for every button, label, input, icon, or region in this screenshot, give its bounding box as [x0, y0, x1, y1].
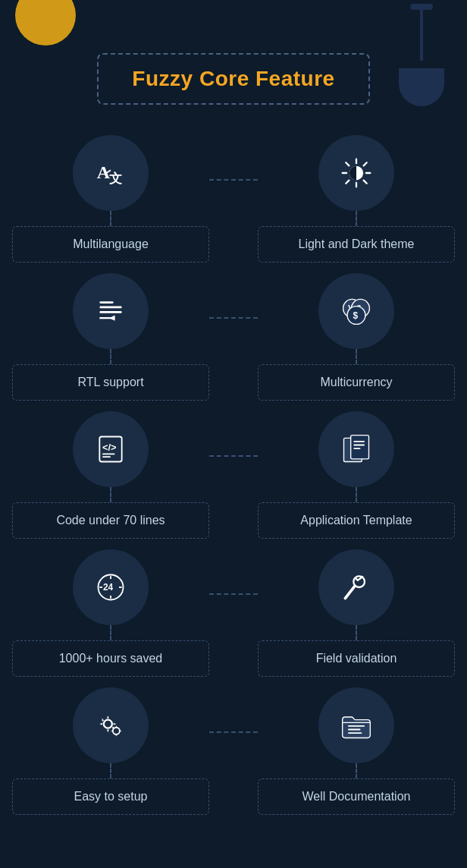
clock-icon-circle: 24 [73, 549, 149, 625]
docs-icon [340, 709, 373, 742]
label-currency: Multicurrency [258, 364, 455, 401]
docs-icon-circle [318, 687, 394, 763]
template-icon [340, 432, 373, 466]
rtl-icon-circle [73, 273, 149, 349]
label-code: Code under 70 lines [12, 502, 209, 539]
label-hours: 1000+ hours saved [12, 640, 209, 677]
v-connector-5 [110, 487, 111, 502]
label-rtl: RTL support [12, 364, 209, 401]
svg-text:24: 24 [103, 582, 114, 593]
multilanguage-icon: A 文 [94, 156, 127, 190]
template-icon-circle [318, 411, 394, 487]
svg-rect-29 [353, 441, 365, 442]
feature-row-1: A 文 Multilanguage [12, 135, 455, 263]
svg-rect-28 [351, 436, 369, 459]
svg-line-10 [364, 162, 367, 165]
svg-text:文: 文 [109, 171, 122, 186]
label-theme: Light and Dark theme [258, 226, 455, 263]
h-connector-5 [209, 731, 258, 733]
feature-block-rtl: RTL support [12, 273, 209, 401]
h-connector-2 [209, 317, 258, 319]
svg-rect-12 [99, 301, 113, 303]
feature-block-setup: Easy to setup [12, 687, 209, 815]
deco-circle [15, 0, 76, 46]
svg-rect-42 [348, 725, 365, 727]
validation-icon-circle [318, 549, 394, 625]
label-template: Application Template [258, 502, 455, 539]
svg-point-40 [104, 720, 112, 728]
multilanguage-icon-circle: A 文 [73, 135, 149, 211]
h-connector-4 [209, 593, 258, 595]
v-connector-1 [110, 211, 111, 226]
svg-line-11 [346, 181, 349, 184]
svg-rect-13 [99, 307, 121, 309]
rtl-icon [94, 294, 127, 328]
feature-block-currency: ¥ £ $ Multicurrency [258, 273, 455, 401]
v-connector-3 [110, 349, 111, 364]
v-connector-4 [356, 349, 357, 364]
feature-block-validation: Field validation [258, 549, 455, 677]
feature-row-3: </> Code under 70 lines [12, 411, 455, 539]
label-setup: Easy to setup [12, 778, 209, 815]
code-icon-circle: </> [73, 411, 149, 487]
currency-icon-circle: ¥ £ $ [318, 273, 394, 349]
svg-text:$: $ [353, 310, 358, 321]
feature-row-5: Easy to setup Well Documentation [12, 687, 455, 815]
svg-rect-25 [102, 454, 115, 455]
label-multilanguage: Multilanguage [12, 226, 209, 263]
h-connector-1 [209, 179, 258, 181]
svg-text:</>: </> [102, 442, 117, 453]
svg-line-39 [345, 586, 355, 599]
label-docs: Well Documentation [258, 778, 455, 815]
setup-icon [94, 709, 127, 742]
svg-rect-44 [348, 732, 362, 734]
feature-block-hours: 24 1000+ hours saved [12, 549, 209, 677]
svg-rect-43 [348, 729, 361, 731]
validation-icon [340, 571, 373, 604]
svg-line-9 [364, 181, 367, 184]
svg-rect-30 [353, 445, 365, 446]
page-title-box: Fuzzy Core Feature [97, 53, 370, 105]
theme-icon-circle [318, 135, 394, 211]
h-connector-3 [209, 455, 258, 457]
svg-line-8 [346, 162, 349, 165]
page-wrapper: Fuzzy Core Feature A 文 Multilanguage [0, 0, 467, 848]
theme-icon [340, 156, 373, 190]
clock-icon: 24 [94, 571, 127, 604]
feature-block-docs: Well Documentation [258, 687, 455, 815]
v-connector-6 [356, 487, 357, 502]
setup-icon-circle [73, 687, 149, 763]
feature-block-multilanguage: A 文 Multilanguage [12, 135, 209, 263]
svg-rect-26 [102, 456, 111, 458]
v-connector-8 [356, 625, 357, 640]
deco-lamp [399, 0, 444, 106]
feature-block-theme: Light and Dark theme [258, 135, 455, 263]
page-title: Fuzzy Core Feature [132, 67, 334, 90]
v-connector-9 [110, 763, 111, 778]
v-connector-7 [110, 625, 111, 640]
label-validation: Field validation [258, 640, 455, 677]
svg-rect-14 [99, 311, 121, 313]
feature-row-4: 24 1000+ hours saved [12, 549, 455, 677]
feature-block-template: Application Template [258, 411, 455, 539]
svg-rect-31 [353, 448, 360, 449]
v-connector-2 [356, 211, 357, 226]
v-connector-10 [356, 763, 357, 778]
svg-point-41 [113, 728, 120, 734]
feature-row-2: RTL support ¥ £ $ Multicurrency [12, 273, 455, 401]
feature-block-code: </> Code under 70 lines [12, 411, 209, 539]
currency-icon: ¥ £ $ [340, 294, 373, 328]
code-icon: </> [94, 432, 127, 466]
